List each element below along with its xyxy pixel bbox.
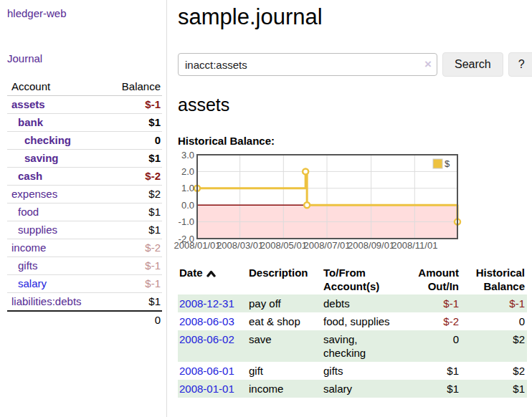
accounts-header-balance: Balance <box>105 78 162 96</box>
transaction-accounts: saving, checking <box>322 330 401 362</box>
transaction-amount: $-1 <box>401 294 461 312</box>
account-balance: $-2 <box>105 239 162 257</box>
account-balance: $2 <box>105 186 162 203</box>
transaction-description: income <box>247 380 322 398</box>
register-row: 2008-06-03 eat & shop food, supplies $-2… <box>178 312 527 330</box>
account-row: saving $1 <box>7 150 162 168</box>
account-row: supplies $1 <box>7 221 162 239</box>
account-row: income $-2 <box>7 239 162 257</box>
account-balance: $1 <box>105 203 162 221</box>
transaction-balance: 0 <box>461 312 527 330</box>
register-header-accounts: To/From Account(s) <box>322 264 401 294</box>
search-button[interactable]: Search <box>442 52 503 77</box>
account-row: checking 0 <box>7 132 162 150</box>
account-link[interactable]: income <box>11 241 46 254</box>
account-link[interactable]: gifts <box>18 259 38 272</box>
legend-label: $ <box>445 158 450 169</box>
transaction-date-link[interactable]: 2008-06-02 <box>179 333 234 345</box>
transaction-balance: $-1 <box>461 294 527 312</box>
account-link[interactable]: food <box>18 206 39 218</box>
main-content: sample.journal × Search ? assets Histori… <box>167 0 532 417</box>
account-link[interactable]: cash <box>18 170 42 182</box>
account-row: food $1 <box>7 203 162 221</box>
account-link[interactable]: bank <box>18 116 43 128</box>
account-balance: $-1 <box>105 275 162 293</box>
x-axis-tick-label: 2008/09/01 <box>348 240 394 251</box>
transaction-description: save <box>247 330 322 362</box>
app-title-link[interactable]: hledger-web <box>7 7 67 19</box>
account-row: cash $-2 <box>7 168 162 186</box>
sort-ascending-icon <box>206 270 216 277</box>
transaction-description: gift <box>247 362 322 380</box>
account-row: liabilities:debts $1 <box>7 293 162 312</box>
x-axis-tick-label: 2008/11/01 <box>391 240 437 251</box>
search-input-wrap: × <box>178 53 437 76</box>
accounts-total-row: 0 <box>7 311 162 329</box>
transaction-accounts: debts <box>322 294 401 312</box>
account-link[interactable]: saving <box>24 152 59 164</box>
register-header-date[interactable]: Date <box>178 264 247 294</box>
chart-data-point <box>304 202 310 208</box>
account-balance: $1 <box>105 221 162 239</box>
transaction-date-link[interactable]: 2008-01-01 <box>179 383 234 395</box>
register-header-row: Date Description To/From Account(s) Amou… <box>178 264 527 294</box>
y-axis-tick-label: 2.0 <box>181 166 194 177</box>
transaction-date-link[interactable]: 2008-06-01 <box>179 365 234 377</box>
y-axis-tick-label: 1.0 <box>181 183 194 193</box>
account-balance: $1 <box>105 150 162 168</box>
account-link[interactable]: salary <box>18 277 47 289</box>
transaction-accounts: gifts <box>322 362 401 380</box>
account-link[interactable]: liabilities:debts <box>11 295 82 307</box>
x-axis-tick-label: 2008/07/01 <box>303 240 350 251</box>
account-row: gifts $-1 <box>7 257 162 275</box>
sidebar-item-journal[interactable]: Journal <box>7 52 42 64</box>
chart-title: Historical Balance: <box>178 135 532 147</box>
account-heading: assets <box>178 95 532 115</box>
account-balance: $1 <box>105 114 162 132</box>
account-balance: $1 <box>105 293 162 312</box>
account-row: assets $-1 <box>7 96 162 114</box>
account-link[interactable]: assets <box>11 98 45 110</box>
sidebar: hledger-web Journal Account Balance asse… <box>0 0 167 417</box>
account-link[interactable]: supplies <box>18 224 57 236</box>
chart-data-point <box>303 168 308 174</box>
account-row: bank $1 <box>7 114 162 132</box>
register-table: Date Description To/From Account(s) Amou… <box>178 264 527 398</box>
register-header-description: Description <box>247 264 322 294</box>
transaction-balance: $1 <box>461 380 527 398</box>
transaction-amount: $-2 <box>401 312 461 330</box>
page-title: sample.journal <box>178 4 532 30</box>
account-link[interactable]: expenses <box>11 188 57 200</box>
register-row: 2008-12-31 pay off debts $-1 $-1 <box>178 294 527 312</box>
search-input[interactable] <box>178 53 437 76</box>
register-row: 2008-01-01 income salary $1 $1 <box>178 380 527 398</box>
transaction-amount: $1 <box>401 380 461 398</box>
register-row: 2008-06-02 save saving, checking 0 $2 <box>178 330 527 362</box>
register-header-balance: Historical Balance <box>461 264 527 294</box>
x-axis-tick-label: 2008/03/01 <box>217 240 263 251</box>
accounts-total-spacer <box>7 311 105 329</box>
account-balance: $-2 <box>105 168 162 186</box>
transaction-description: pay off <box>247 294 322 312</box>
account-row: expenses $2 <box>7 186 162 203</box>
transaction-amount: $1 <box>401 362 461 380</box>
y-axis-tick-label: 0.0 <box>181 200 194 211</box>
account-link[interactable]: checking <box>24 134 71 146</box>
transaction-amount: 0 <box>401 330 461 362</box>
account-balance: $-1 <box>105 257 162 275</box>
transaction-accounts: food, supplies <box>322 312 401 330</box>
y-axis-tick-label: -1.0 <box>179 216 194 227</box>
accounts-table: Account Balance assets $-1 bank $1 check… <box>7 78 162 329</box>
hledger-web-page: hledger-web Journal Account Balance asse… <box>0 0 532 417</box>
accounts-header-account: Account <box>7 78 105 96</box>
transaction-date-link[interactable]: 2008-06-03 <box>179 315 234 327</box>
transaction-description: eat & shop <box>247 312 322 330</box>
register-row: 2008-06-01 gift gifts $1 $2 <box>178 362 527 380</box>
transaction-accounts: salary <box>322 380 401 398</box>
transaction-date-link[interactable]: 2008-12-31 <box>179 297 234 310</box>
search-help-button[interactable]: ? <box>508 52 532 77</box>
y-axis-tick-label: 3.0 <box>181 150 194 160</box>
clear-search-icon[interactable]: × <box>424 57 432 72</box>
transaction-balance: $2 <box>461 362 527 380</box>
account-row: salary $-1 <box>7 275 162 293</box>
